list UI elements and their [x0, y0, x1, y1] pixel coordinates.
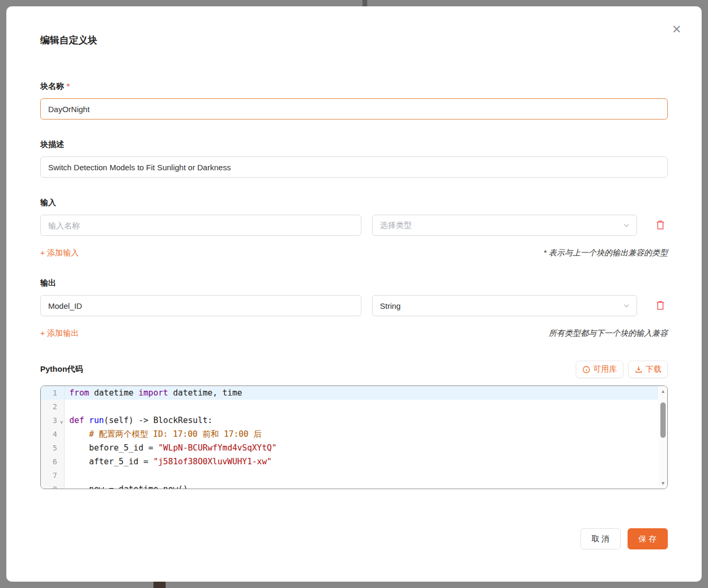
code-line[interactable]: 8 now = datetime.now()	[41, 482, 658, 489]
input-type-select[interactable]: 选择类型	[372, 215, 637, 236]
code-line[interactable]: 1from datetime import datetime, time	[41, 386, 658, 400]
code-lines: 1from datetime import datetime, time23vd…	[41, 386, 658, 489]
required-mark: *	[67, 81, 70, 90]
block-name-label: 块名称*	[40, 81, 668, 91]
dialog-title: 编辑自定义块	[40, 34, 668, 47]
trash-icon	[655, 300, 666, 311]
input-compat-note: * 表示与上一个块的输出兼容的类型	[543, 248, 668, 258]
input-type-select-placeholder: 选择类型	[380, 221, 412, 231]
code-text[interactable]: after_5_id = "j581of38O0XluvWUHY1-xw"	[65, 455, 658, 468]
line-number: 2	[41, 400, 65, 414]
chevron-down-icon	[623, 222, 630, 229]
code-line[interactable]: 2	[41, 400, 658, 414]
outputs-section-label: 输出	[40, 278, 668, 288]
trash-icon	[655, 219, 666, 231]
scrollbar-thumb[interactable]	[660, 402, 666, 438]
add-output-link[interactable]: + 添加输出	[40, 328, 79, 338]
line-number: 7	[41, 468, 65, 482]
download-button[interactable]: 下载	[628, 361, 668, 378]
code-text[interactable]	[65, 468, 658, 482]
code-text[interactable]	[65, 400, 658, 414]
line-number: 1	[41, 386, 65, 400]
input-name-field[interactable]	[40, 215, 361, 236]
outputs-footer: + 添加输出 所有类型都与下一个块的输入兼容	[40, 328, 668, 338]
output-name-field[interactable]	[40, 295, 361, 316]
close-icon[interactable]: ✕	[672, 24, 682, 35]
available-libraries-label: 可用库	[593, 364, 617, 374]
code-line[interactable]: 7	[41, 468, 658, 482]
line-number: 8	[41, 482, 65, 489]
output-row: String	[40, 295, 668, 316]
block-description-input[interactable]	[40, 157, 668, 178]
download-icon	[634, 365, 643, 374]
python-code-label: Python代码	[40, 364, 83, 374]
code-text[interactable]: before_5_id = "WLpN-BCURwfYmd4vSqXYtQ"	[65, 441, 658, 455]
info-icon	[582, 365, 591, 374]
delete-output-button[interactable]	[653, 298, 668, 313]
line-number: 5	[41, 441, 65, 455]
output-compat-note: 所有类型都与下一个块的输入兼容	[549, 328, 668, 338]
output-type-select[interactable]: String	[372, 295, 637, 316]
cancel-button[interactable]: 取 消	[580, 528, 621, 549]
scroll-down-icon[interactable]: ▼	[659, 479, 667, 488]
dialog-footer: 取 消 保 存	[40, 528, 668, 549]
block-name-label-text: 块名称	[40, 81, 64, 90]
code-text[interactable]: from datetime import datetime, time	[65, 386, 658, 400]
available-libraries-button[interactable]: 可用库	[576, 361, 623, 378]
code-text[interactable]: # 配置两个模型 ID: 17:00 前和 17:00 后	[65, 427, 658, 441]
line-number: 4	[41, 427, 65, 441]
code-line[interactable]: 5 before_5_id = "WLpN-BCURwfYmd4vSqXYtQ"	[41, 441, 658, 455]
add-input-link[interactable]: + 添加输入	[40, 248, 79, 258]
inputs-footer: + 添加输入 * 表示与上一个块的输出兼容的类型	[40, 248, 668, 258]
download-label: 下载	[646, 364, 661, 374]
code-header-buttons: 可用库 下载	[576, 361, 668, 378]
block-description-label: 块描述	[40, 140, 668, 150]
delete-input-button[interactable]	[653, 218, 668, 233]
input-row: 选择类型	[40, 215, 668, 236]
code-text[interactable]: now = datetime.now()	[65, 482, 658, 489]
inputs-section-label: 输入	[40, 198, 668, 208]
output-type-select-value: String	[380, 301, 401, 310]
code-text[interactable]: def run(self) -> BlockResult:	[65, 414, 658, 427]
block-name-input[interactable]	[40, 98, 668, 120]
editor-scrollbar[interactable]: ▲ ▼	[659, 386, 667, 489]
save-button[interactable]: 保 存	[628, 528, 668, 549]
chevron-down-icon	[623, 302, 630, 309]
line-number: 3v	[41, 414, 65, 427]
code-line[interactable]: 4 # 配置两个模型 ID: 17:00 前和 17:00 后	[41, 427, 658, 441]
edit-custom-block-dialog: ✕ 编辑自定义块 块名称* 块描述 输入 选择类型 + 添加输入 * 表示与上一…	[6, 6, 702, 582]
code-header: Python代码 可用库 下载	[40, 361, 668, 378]
scroll-up-icon[interactable]: ▲	[659, 387, 667, 396]
code-line[interactable]: 3vdef run(self) -> BlockResult:	[41, 414, 658, 427]
code-line[interactable]: 6 after_5_id = "j581of38O0XluvWUHY1-xw"	[41, 455, 658, 468]
python-code-editor[interactable]: 1from datetime import datetime, time23vd…	[40, 385, 668, 489]
line-number: 6	[41, 455, 65, 468]
